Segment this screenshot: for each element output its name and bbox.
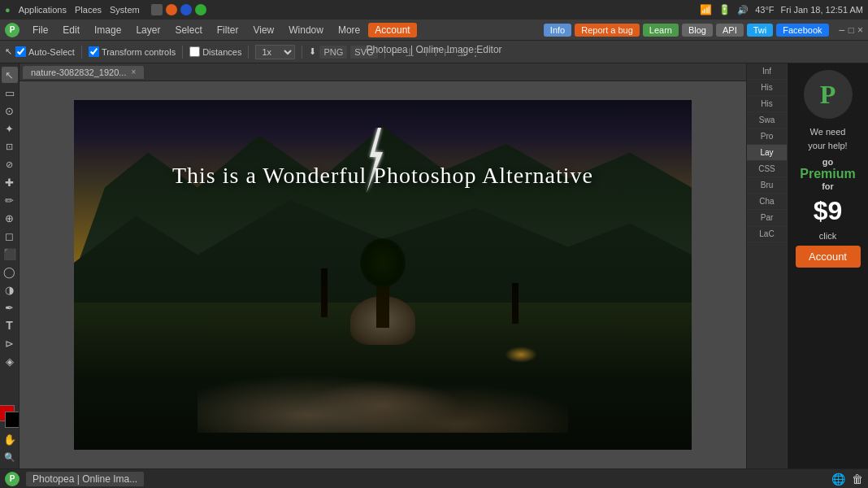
panel-tab-cha[interactable]: Cha	[747, 194, 787, 210]
panel-tab-inf[interactable]: Inf	[747, 63, 787, 80]
win-close[interactable]: ×	[857, 24, 863, 36]
system-bar-left: ● Applications Places System	[5, 4, 206, 15]
menu-filter[interactable]: Filter	[210, 23, 245, 37]
datetime: Fri Jan 18, 12:51 AM	[781, 5, 864, 15]
places-menu[interactable]: Places	[75, 5, 102, 15]
panel-tab-lac[interactable]: LaC	[747, 226, 787, 242]
report-bug-btn[interactable]: Report a bug	[575, 24, 640, 37]
status-left: P Photopea | Online Ima...	[5, 472, 144, 486]
tool-marquee[interactable]: ▭	[2, 85, 18, 101]
menu-file[interactable]: File	[26, 23, 54, 37]
sys-icons	[151, 4, 206, 15]
ad-logo: P	[804, 70, 853, 119]
canvas-area: nature-3082832_1920... ×	[20, 63, 746, 468]
ad-panel: P We need your help! go Premium for $9 c…	[787, 63, 868, 468]
ad-for-label: for	[800, 181, 855, 191]
tool-clone[interactable]: ⊕	[2, 210, 18, 226]
panel-tab-pro[interactable]: Pro	[747, 129, 787, 145]
tool-path[interactable]: ⊳	[2, 335, 18, 351]
canvas-image[interactable]: This is a Wonderful Photoshop Alternativ…	[74, 100, 692, 450]
blog-btn[interactable]: Blog	[682, 24, 713, 37]
color-fg-bg[interactable]	[0, 405, 20, 428]
app-logo: P	[5, 23, 20, 37]
panel-tab-his1[interactable]: His	[747, 80, 787, 96]
wifi-icon: 📶	[700, 4, 712, 15]
info-btn[interactable]: Info	[544, 24, 571, 37]
tool-text[interactable]: T	[2, 317, 18, 333]
zoom-select[interactable]: 1x 2x 0.5x	[255, 45, 295, 59]
tool-hand[interactable]: ✋	[2, 431, 18, 447]
system-menu[interactable]: System	[110, 5, 140, 15]
tool-magic-wand[interactable]: ✦	[2, 120, 18, 137]
tool-blur[interactable]: ◯	[2, 264, 18, 280]
taskbar-icon[interactable]: P	[5, 472, 20, 486]
menu-select[interactable]: Select	[168, 23, 208, 37]
menu-image[interactable]: Image	[88, 23, 128, 37]
transform-controls-label[interactable]: Transform controls	[89, 46, 176, 57]
panel-tab-css[interactable]: CSS	[747, 161, 787, 177]
menu-right-buttons: Info Report a bug Learn Blog API Twi Fac…	[544, 24, 863, 37]
applications-menu[interactable]: Applications	[19, 5, 67, 15]
panel-tab-swa[interactable]: Swa	[747, 112, 787, 129]
left-tool-panel: ↖ ▭ ⊙ ✦ ⊡ ⊘ ✚ ✏ ⊕ ◻ ⬛ ◯ ◑ ✒ T ⊳ ◈ ✋ 🔍	[0, 63, 20, 468]
png-btn[interactable]: PNG	[319, 46, 347, 59]
tool-pen[interactable]: ✒	[2, 299, 18, 316]
download-icon: ⬇	[309, 46, 316, 57]
distances-checkbox[interactable]	[189, 46, 200, 57]
facebook-btn[interactable]: Facebook	[776, 24, 828, 37]
menu-layer[interactable]: Layer	[129, 23, 167, 37]
tab-nature[interactable]: nature-3082832_1920... ×	[23, 66, 145, 79]
tool-fill[interactable]: ⬛	[2, 246, 18, 262]
win-max[interactable]: □	[848, 24, 854, 36]
menu-view[interactable]: View	[246, 23, 280, 37]
tool-zoom[interactable]: 🔍	[2, 449, 18, 465]
toolbar-sep-3	[248, 46, 249, 59]
auto-select-label[interactable]: Auto-Select	[15, 46, 75, 57]
canvas-container: This is a Wonderful Photoshop Alternativ…	[20, 81, 746, 468]
ad-account-button[interactable]: Account	[796, 246, 861, 268]
tab-bar: nature-3082832_1920... ×	[20, 63, 746, 81]
tool-shape[interactable]: ◈	[2, 353, 18, 369]
status-icon-1: 🌐	[831, 473, 845, 486]
tool-eyedropper[interactable]: ⊘	[2, 156, 18, 172]
toolbar-sep-4	[302, 46, 302, 59]
panel-tab-par[interactable]: Par	[747, 210, 787, 226]
status-right: 🌐 🗑	[831, 473, 863, 486]
menu-account[interactable]: Account	[368, 23, 416, 37]
tool-crop[interactable]: ⊡	[2, 138, 18, 155]
ad-headline: We need your help!	[808, 125, 847, 152]
menu-window[interactable]: Window	[282, 23, 330, 37]
panel-tab-bru[interactable]: Bru	[747, 177, 787, 194]
status-icon-2: 🗑	[852, 473, 863, 486]
title-bar: Photopea | Online Image Editor	[366, 39, 501, 60]
menu-more[interactable]: More	[332, 23, 367, 37]
taskbar-item[interactable]: Photopea | Online Ima...	[26, 472, 144, 486]
panel-tab-lay[interactable]: Lay	[747, 145, 787, 161]
tool-eraser[interactable]: ◻	[2, 228, 18, 244]
auto-select-checkbox[interactable]	[15, 46, 26, 57]
panel-tab-his2[interactable]: His	[747, 96, 787, 112]
ad-go-label: go	[800, 157, 855, 167]
tool-brush[interactable]: ✏	[2, 192, 18, 208]
learn-btn[interactable]: Learn	[643, 24, 679, 37]
tool-move[interactable]: ↖	[2, 67, 18, 83]
transform-controls-checkbox[interactable]	[89, 46, 99, 57]
api-btn[interactable]: API	[716, 24, 744, 37]
tree-left	[321, 268, 328, 317]
battery-icon: 🔋	[718, 4, 731, 15]
tool-heal[interactable]: ✚	[2, 174, 18, 190]
twitter-btn[interactable]: Twi	[747, 24, 774, 37]
ad-click-label: click	[819, 231, 836, 241]
win-min[interactable]: −	[839, 24, 845, 37]
tool-lasso[interactable]: ⊙	[2, 102, 18, 119]
status-bar: P Photopea | Online Ima... 🌐 🗑	[0, 468, 868, 488]
toolbar-sep-2	[182, 46, 183, 59]
distances-label[interactable]: Distances	[189, 46, 241, 57]
ad-premium-section: go Premium for	[800, 157, 855, 191]
ad-price: $9	[814, 196, 843, 226]
menu-edit[interactable]: Edit	[56, 23, 86, 37]
background-color[interactable]	[5, 412, 20, 428]
toolbar-sep-1	[81, 46, 82, 59]
tool-dodge[interactable]: ◑	[2, 281, 18, 298]
tab-close-btn[interactable]: ×	[131, 68, 136, 76]
